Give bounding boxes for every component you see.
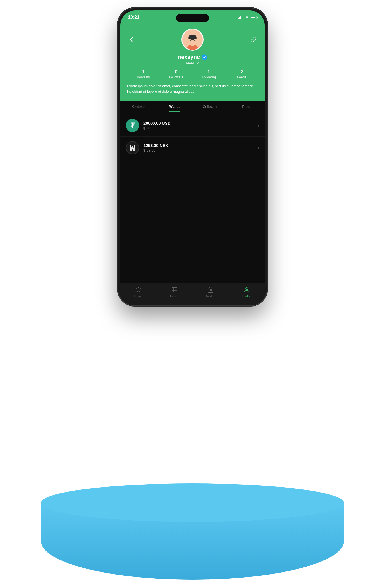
home-label: Home [134, 294, 142, 298]
username-text: nexsync [178, 54, 200, 60]
tab-kontests[interactable]: Kontests [120, 101, 156, 112]
svg-rect-12 [172, 287, 177, 292]
market-label: Market [206, 294, 215, 298]
username-row: nexsync [127, 54, 258, 60]
back-button[interactable] [127, 35, 136, 44]
wallet-item-usdt[interactable]: ₮ 20000.00 USDT $ 200.00 › [120, 114, 265, 137]
kontests-label: Kontests [137, 75, 150, 79]
link-icon [251, 37, 257, 43]
phone-wrapper: 18:21 [118, 8, 267, 305]
status-icons [238, 16, 257, 19]
avatar-container [181, 29, 204, 51]
profile-icon [243, 286, 250, 293]
svg-point-10 [188, 40, 189, 42]
market-icon [207, 286, 214, 293]
verified-badge [202, 54, 207, 60]
feeds-label: Feeds [237, 75, 246, 79]
svg-point-9 [194, 40, 195, 41]
phone-inner: 18:21 [120, 10, 265, 303]
nex-chevron-icon: › [257, 145, 259, 151]
tab-collection[interactable]: Collection [192, 101, 229, 112]
main-content: nexsync level 12 [120, 24, 265, 303]
bottom-nav: Home Feeds [120, 283, 265, 303]
nex-value: $ 58.90 [143, 148, 257, 152]
checkmark-icon [203, 56, 206, 59]
status-bar: 18:21 [120, 10, 265, 24]
stat-following[interactable]: 1 Following [192, 70, 225, 80]
stat-followers[interactable]: 0 Followers [160, 70, 192, 80]
battery-icon [251, 16, 257, 19]
feeds-value: 2 [225, 70, 258, 75]
following-label: Following [202, 75, 216, 79]
svg-rect-0 [238, 18, 239, 19]
svg-point-11 [196, 40, 197, 42]
usdt-chevron-icon: › [257, 123, 259, 128]
signal-icon [238, 16, 243, 19]
platform-top [41, 483, 344, 522]
profile-label: Profile [242, 294, 251, 298]
tabs-bar: Kontests Wallet Collection Posts [120, 101, 265, 112]
avatar-illustration [183, 31, 202, 50]
wallet-content: ₮ 20000.00 USDT $ 200.00 › [120, 112, 265, 161]
stat-feeds[interactable]: 2 Feeds [225, 70, 258, 80]
following-value: 1 [192, 70, 225, 75]
nav-home[interactable]: Home [120, 286, 156, 298]
bio-text: Lorem ipsum dolor sit amet, consectetur … [127, 83, 258, 94]
stats-row: 1 Kontests 0 Followers 1 Following [127, 70, 258, 80]
nex-logo-svg [128, 144, 137, 152]
scene: 18:21 [0, 0, 385, 588]
scrollable-content: nexsync level 12 [120, 24, 265, 283]
svg-rect-3 [242, 16, 242, 19]
svg-rect-2 [240, 16, 241, 19]
tab-wallet[interactable]: Wallet [156, 101, 192, 112]
wallet-item-nex[interactable]: 1253.00 NEX $ 58.90 › [120, 137, 265, 159]
svg-rect-1 [239, 17, 240, 19]
feeds-label: Feeds [170, 294, 179, 298]
dynamic-island [176, 14, 209, 22]
tab-posts[interactable]: Posts [229, 101, 265, 112]
svg-point-8 [190, 40, 191, 41]
followers-value: 0 [160, 70, 192, 75]
back-chevron-icon [130, 37, 133, 42]
usdt-coin-icon: ₮ [126, 119, 139, 132]
svg-point-20 [246, 288, 248, 290]
usdt-value: $ 200.00 [143, 126, 257, 130]
share-button[interactable] [249, 35, 258, 44]
status-time: 18:21 [128, 15, 139, 20]
profile-header: nexsync level 12 [120, 24, 265, 101]
kontests-value: 1 [127, 70, 160, 75]
platform [41, 483, 344, 588]
nex-amount-info: 1253.00 NEX $ 58.90 [143, 143, 257, 152]
nex-amount: 1253.00 NEX [143, 143, 257, 148]
avatar [181, 29, 204, 51]
nav-feeds[interactable]: Feeds [156, 286, 192, 298]
home-icon [135, 286, 142, 293]
feeds-icon [171, 286, 178, 293]
phone-frame: 18:21 [118, 8, 267, 305]
nav-profile[interactable]: Profile [229, 286, 265, 298]
usdt-amount-info: 20000.00 USDT $ 200.00 [143, 121, 257, 130]
wifi-icon [245, 16, 249, 19]
header-nav [127, 29, 258, 51]
followers-label: Followers [169, 75, 183, 79]
stat-kontests[interactable]: 1 Kontests [127, 70, 160, 80]
usdt-amount: 20000.00 USDT [143, 121, 257, 125]
level-text: level 12 [127, 61, 258, 65]
nex-coin-icon [126, 141, 139, 154]
nav-market[interactable]: Market [192, 286, 229, 298]
